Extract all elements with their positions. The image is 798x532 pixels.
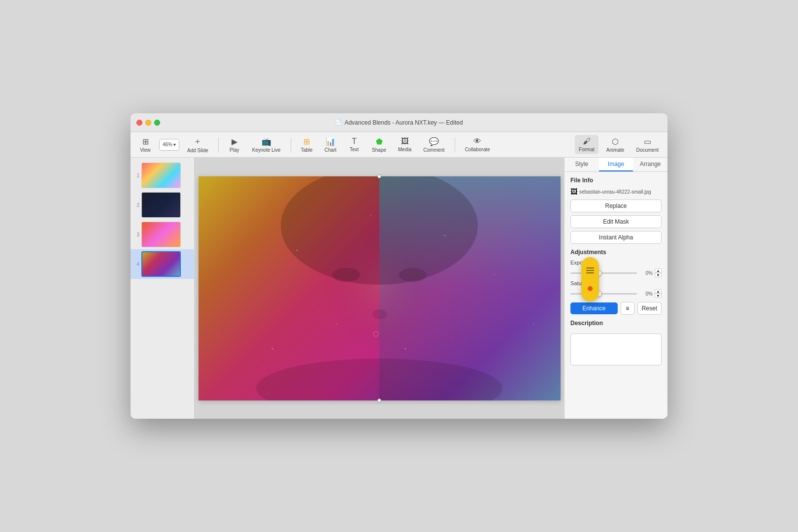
window-title: 📄 Advanced Blends - Aurora NXT.key — Edi… [335, 119, 463, 126]
media-button[interactable]: 🖼 Media [394, 135, 415, 154]
description-title: Description [570, 320, 662, 327]
svg-point-14 [494, 274, 495, 275]
slide-item-4[interactable]: 4 [131, 249, 194, 279]
comment-icon: 💬 [429, 137, 439, 146]
divider-3 [455, 137, 455, 152]
description-section: Description [570, 320, 662, 367]
file-info-title: File Info [570, 177, 662, 184]
play-icon: ▶ [232, 137, 237, 146]
particles [199, 176, 561, 400]
divider-2 [291, 137, 291, 152]
collaborate-button[interactable]: 👁 Collaborate [461, 135, 494, 154]
collaborate-icon: 👁 [473, 137, 481, 146]
chart-icon: 📊 [326, 137, 335, 146]
slide-image [199, 176, 561, 400]
play-button[interactable]: ▶ Play [225, 135, 244, 155]
saturation-stepper: ▲ ▼ [655, 289, 662, 298]
right-panel: Style Image Arrange File Info 🖼 sebastia… [564, 158, 667, 419]
svg-point-13 [404, 348, 406, 349]
slide-panel: 1 2 3 4 [131, 158, 195, 419]
saturation-increment[interactable]: ▲ [655, 289, 662, 294]
document-button[interactable]: ▭ Document [632, 135, 663, 155]
divider-1 [218, 137, 219, 152]
minimize-button[interactable] [145, 120, 151, 126]
add-slide-icon: ＋ [194, 136, 201, 147]
chart-button[interactable]: 📊 Chart [321, 135, 340, 155]
slide-thumb-1 [141, 163, 181, 188]
svg-point-15 [271, 348, 273, 349]
exposure-stepper: ▲ ▼ [655, 268, 662, 277]
document-icon: 📄 [335, 119, 342, 126]
keynote-live-button[interactable]: 📺 Keynote Live [248, 135, 285, 155]
reset-button[interactable]: Reset [637, 302, 662, 315]
saturation-decrement[interactable]: ▼ [655, 294, 662, 298]
selection-handle-bottom[interactable] [377, 399, 381, 402]
adjustments-title: Adjustments [570, 249, 662, 256]
table-button[interactable]: ⊞ Table [297, 135, 317, 155]
titlebar: 📄 Advanced Blends - Aurora NXT.key — Edi… [131, 113, 667, 132]
format-icon: 🖌 [583, 137, 591, 146]
pill-line-3 [586, 272, 594, 273]
replace-button[interactable]: Replace [570, 200, 662, 212]
file-info-row: 🖼 sebastian-unrau-48222-small.jpg [570, 188, 662, 196]
description-textarea[interactable] [570, 333, 662, 366]
shape-button[interactable]: ⬟ Shape [368, 135, 390, 155]
slide-thumb-4 [141, 251, 181, 277]
file-name: sebastian-unrau-48222-small.jpg [579, 189, 651, 195]
svg-point-12 [336, 324, 337, 325]
text-button[interactable]: T Text [344, 135, 364, 154]
pill-lines [586, 267, 594, 273]
slide-item-1[interactable]: 1 [131, 161, 194, 190]
traffic-lights [136, 120, 160, 126]
sub-tabs: Style Image Arrange [565, 158, 667, 172]
svg-point-11 [444, 234, 445, 236]
panel-content: File Info 🖼 sebastian-unrau-48222-small.… [565, 172, 667, 419]
file-icon: 🖼 [570, 188, 577, 196]
keynote-live-icon: 📺 [262, 137, 271, 146]
exposure-value: 0% [639, 270, 653, 276]
slide-number-4: 4 [133, 262, 139, 267]
slide-thumb-3 [141, 222, 181, 247]
comment-button[interactable]: 💬 Comment [419, 135, 448, 155]
toolbar: ⊞ View 46% ▾ ＋ Add Slide ▶ Play 📺 Keynot… [131, 132, 667, 158]
instant-alpha-button[interactable]: Instant Alpha [570, 231, 662, 244]
maximize-button[interactable] [154, 120, 160, 126]
text-icon: T [352, 137, 357, 146]
slide-item-2[interactable]: 2 [131, 190, 194, 220]
pill-overlay [581, 257, 599, 301]
chevron-down-icon: ▾ [173, 142, 176, 147]
shape-icon: ⬟ [376, 137, 383, 146]
format-button[interactable]: 🖌 Format [575, 135, 598, 154]
table-icon: ⊞ [303, 137, 310, 146]
add-slide-button[interactable]: ＋ Add Slide [183, 134, 212, 155]
slide-item-3[interactable]: 3 [131, 220, 194, 249]
svg-point-16 [533, 324, 534, 325]
animate-icon: ⬡ [612, 137, 619, 146]
levels-button[interactable]: ≡ [621, 302, 634, 315]
animate-button[interactable]: ⬡ Animate [602, 135, 629, 155]
slide-number-3: 3 [133, 232, 139, 237]
pill-line-2 [586, 270, 594, 271]
enhance-row: Enhance ≡ Reset [570, 302, 662, 315]
tab-style[interactable]: Style [565, 158, 599, 171]
slide-number-2: 2 [133, 202, 139, 208]
selection-handle-top[interactable] [377, 174, 381, 178]
media-icon: 🖼 [401, 137, 409, 146]
tab-arrange[interactable]: Arrange [633, 158, 667, 171]
svg-point-10 [370, 215, 371, 216]
exposure-increment[interactable]: ▲ [655, 268, 662, 273]
zoom-button[interactable]: 46% ▾ [159, 139, 179, 151]
slide-number-1: 1 [133, 173, 139, 178]
edit-mask-button[interactable]: Edit Mask [570, 215, 662, 228]
close-button[interactable] [136, 120, 142, 126]
view-icon: ⊞ [142, 137, 149, 146]
enhance-button[interactable]: Enhance [570, 302, 618, 314]
pill-line-1 [586, 267, 594, 268]
slide-canvas [199, 176, 561, 400]
saturation-value: 0% [639, 291, 653, 297]
exposure-decrement[interactable]: ▼ [655, 273, 662, 277]
saturation-slider[interactable] [570, 293, 637, 295]
view-button[interactable]: ⊞ View [135, 135, 155, 155]
exposure-slider[interactable] [570, 272, 637, 274]
tab-image[interactable]: Image [599, 158, 633, 171]
